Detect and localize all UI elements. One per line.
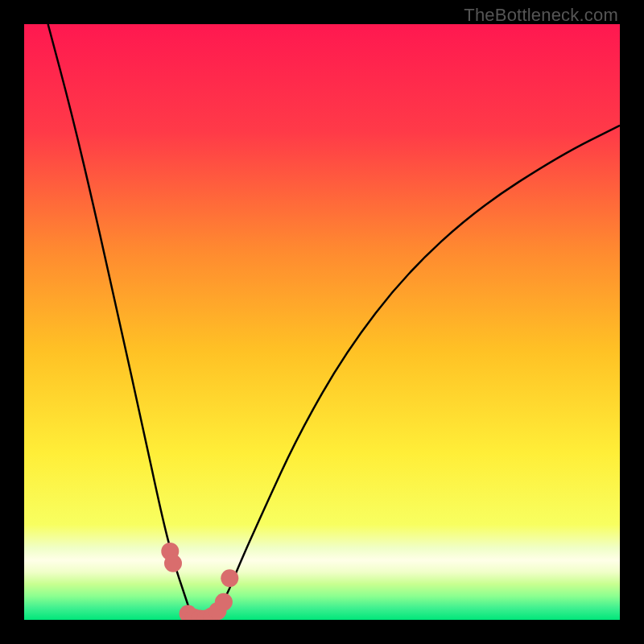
watermark-text: TheBottleneck.com [464,5,618,26]
marker-point [164,555,182,572]
marker-point [215,593,233,611]
bottleneck-curve [48,24,620,620]
marker-point [221,569,238,587]
chart-area [24,24,620,620]
chart-overlay [24,24,620,620]
highlight-markers [161,543,238,620]
